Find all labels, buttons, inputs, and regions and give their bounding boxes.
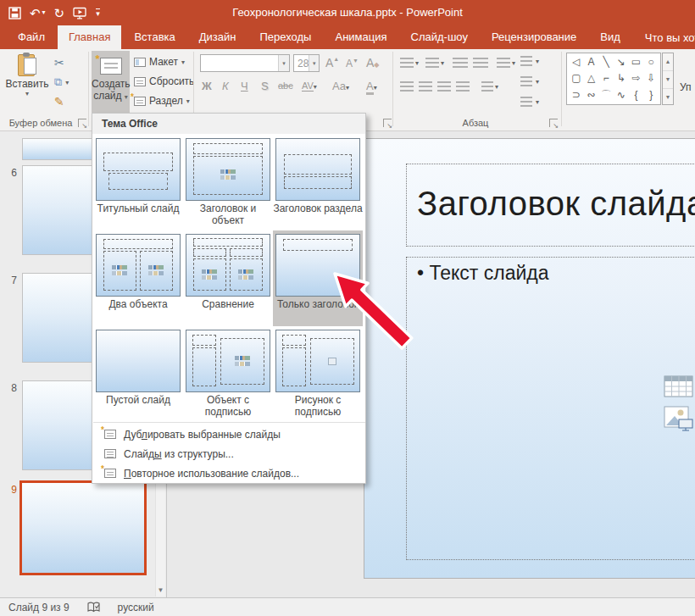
reset-button[interactable]: Сбросить <box>134 75 194 87</box>
shape-item[interactable]: △ <box>584 70 599 86</box>
title-placeholder[interactable]: Заголовок слайда <box>406 164 695 247</box>
insert-table-icon[interactable] <box>664 373 694 400</box>
strikethrough-button[interactable]: abc <box>278 80 293 91</box>
tab-view[interactable]: Вид <box>589 25 631 49</box>
bullets-icon[interactable] <box>400 58 414 68</box>
convert-smartart-icon[interactable] <box>520 97 532 108</box>
insert-picture-icon[interactable] <box>664 405 694 432</box>
font-name-dropdown-icon[interactable]: ▾ <box>278 55 289 71</box>
bullets-dropdown-icon[interactable]: ▾ <box>415 59 419 67</box>
tab-review[interactable]: Рецензирование <box>481 25 587 49</box>
layout-title-slide[interactable]: Титульный слайд <box>93 135 183 230</box>
shape-item[interactable]: ↘ <box>614 54 629 70</box>
clipboard-dialog-launcher[interactable]: ↘ <box>78 119 86 127</box>
shape-item[interactable]: ⌒ <box>598 87 614 103</box>
align-text-icon[interactable] <box>520 76 532 88</box>
shape-item[interactable]: ∿ <box>614 87 629 103</box>
shape-item[interactable]: ⇨ <box>629 70 644 86</box>
tell-me-box[interactable]: Что вы хотите с <box>633 25 695 49</box>
reuse-slides-item[interactable]: * Повторное использование слайдов... <box>93 463 365 483</box>
shape-item[interactable]: ◁ <box>569 54 584 70</box>
shrink-font-button[interactable]: А▼ <box>346 58 359 69</box>
layout-button[interactable]: Макет▾ <box>134 56 185 68</box>
shape-item[interactable]: { <box>629 87 644 103</box>
arrange-button[interactable]: Уп <box>680 81 692 93</box>
character-spacing-button[interactable]: AV▾ <box>302 80 317 91</box>
duplicate-slides-item[interactable]: * Дублировать выбранные слайды <box>93 425 365 444</box>
align-left-icon[interactable] <box>400 81 414 92</box>
italic-button[interactable]: К <box>222 80 229 92</box>
tab-slideshow[interactable]: Слайд-шоу <box>400 25 479 49</box>
cut-button[interactable]: ✂ <box>54 56 64 69</box>
slide-canvas[interactable]: Заголовок слайда • Текст слайда <box>364 138 695 579</box>
align-center-icon[interactable] <box>419 81 432 92</box>
align-right-icon[interactable] <box>437 81 451 92</box>
shape-item[interactable]: ⌐ <box>598 70 614 86</box>
tab-insert[interactable]: Вставка <box>123 25 186 49</box>
shapes-scroll-up[interactable]: ▲ <box>663 53 673 71</box>
font-dialog-launcher[interactable]: ↘ <box>383 119 392 127</box>
columns-dropdown-icon[interactable]: ▾ <box>495 83 498 91</box>
tab-design[interactable]: Дизайн <box>188 25 247 49</box>
shape-item[interactable]: ╲ <box>598 54 614 70</box>
section-button[interactable]: *Раздел▾ <box>134 95 190 107</box>
justify-icon[interactable] <box>456 81 470 92</box>
line-spacing-icon[interactable] <box>497 58 510 68</box>
numbering-dropdown-icon[interactable]: ▾ <box>441 59 444 67</box>
copy-dropdown-icon[interactable]: ▾ <box>65 79 69 86</box>
paste-button[interactable]: Вставить ▾ <box>5 53 49 97</box>
font-color-button[interactable]: А▾ <box>366 80 377 92</box>
shape-item[interactable]: ○ <box>643 54 659 70</box>
layout-title-and-content[interactable]: Заголовок и объект <box>183 135 273 230</box>
layout-two-content[interactable]: Два объекта <box>93 230 183 326</box>
shape-item[interactable]: ∾ <box>584 87 599 103</box>
copy-button[interactable]: ⧉▾ <box>54 75 69 89</box>
layout-blank[interactable]: Пустой слайд <box>93 326 183 422</box>
layout-section-header[interactable]: Заголовок раздела <box>273 135 363 230</box>
tab-animations[interactable]: Анимация <box>324 25 398 49</box>
shape-item[interactable]: ↳ <box>614 70 629 86</box>
shapes-scroll-down[interactable]: ▼ <box>663 71 673 89</box>
slide-counter[interactable]: Слайд 9 из 9 <box>0 602 78 613</box>
line-spacing-dropdown-icon[interactable]: ▾ <box>512 59 515 67</box>
tab-home[interactable]: Главная <box>58 25 121 49</box>
font-size-combo[interactable]: 28▾ <box>293 54 320 72</box>
shape-item[interactable]: ⇩ <box>643 70 659 86</box>
align-text-dropdown-icon[interactable]: ▾ <box>536 78 539 86</box>
underline-button[interactable]: Ч <box>241 80 248 92</box>
paragraph-dialog-launcher[interactable]: ↘ <box>549 119 558 127</box>
shape-item[interactable]: ▭ <box>629 54 644 70</box>
shape-item[interactable]: ⊃ <box>569 87 584 103</box>
slides-from-outline-item[interactable]: Слайды из структуры... <box>93 444 365 463</box>
shape-item[interactable]: ▢ <box>569 70 584 86</box>
numbering-icon[interactable] <box>425 58 439 68</box>
slide-thumbnail-9-selected[interactable] <box>19 480 147 575</box>
font-size-dropdown-icon[interactable]: ▾ <box>309 55 319 71</box>
paste-dropdown-icon[interactable]: ▾ <box>5 90 49 97</box>
tab-file[interactable]: Файл <box>7 25 56 49</box>
text-shadow-button[interactable]: S <box>261 80 269 92</box>
language-indicator[interactable]: русский <box>109 602 163 613</box>
layout-content-with-caption[interactable]: Объект с подписью <box>183 326 273 422</box>
shape-item[interactable]: A <box>584 54 599 70</box>
text-direction-icon[interactable] <box>520 56 532 68</box>
smartart-dropdown-icon[interactable]: ▾ <box>536 98 539 106</box>
clear-formatting-button[interactable]: А◆ <box>366 56 380 69</box>
layout-comparison[interactable]: Сравнение <box>183 230 273 326</box>
font-name-combo[interactable]: ▾ <box>200 54 290 72</box>
shapes-more-button[interactable]: ▼ <box>663 89 673 106</box>
grow-font-button[interactable]: А▲ <box>325 56 339 69</box>
columns-icon[interactable] <box>481 81 493 92</box>
decrease-indent-icon[interactable] <box>453 58 468 68</box>
change-case-button[interactable]: Aa▾ <box>332 80 349 92</box>
spellcheck-button[interactable] <box>78 602 109 613</box>
scroll-down-icon[interactable]: ▼ <box>156 586 165 594</box>
bold-button[interactable]: Ж <box>202 80 212 92</box>
body-placeholder[interactable]: • Текст слайда <box>406 257 695 560</box>
increase-indent-icon[interactable] <box>473 58 488 68</box>
shape-item[interactable]: } <box>643 87 659 103</box>
format-painter-button[interactable]: ✎ <box>54 95 64 108</box>
tab-transitions[interactable]: Переходы <box>248 25 322 49</box>
text-direction-dropdown-icon[interactable]: ▾ <box>536 58 539 65</box>
new-slide-button[interactable]: * Создать слайд ▾ <box>92 51 130 114</box>
